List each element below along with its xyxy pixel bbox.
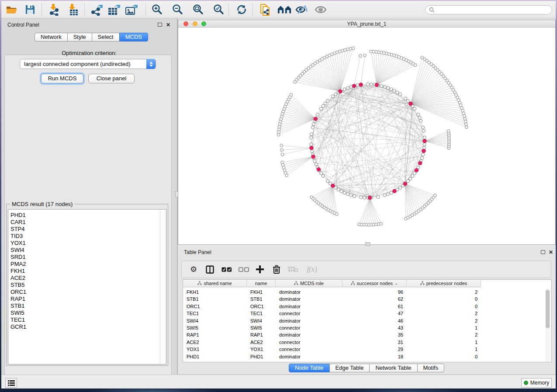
table-scrollbar-thumb[interactable] [546, 290, 550, 328]
memory-status-icon [524, 381, 528, 385]
search-field[interactable] [425, 5, 552, 14]
control-panel: Control Panel ✕ Network Style Select MCD… [1, 18, 177, 375]
optimization-criterion-label: Optimization criterion: [1, 50, 177, 56]
optimization-criterion-select[interactable]: largest connected component (undirected) [20, 59, 156, 69]
refresh-layout-icon[interactable] [235, 3, 249, 17]
deselect-all-columns-icon[interactable] [237, 263, 250, 276]
table-row[interactable]: SWI5SWI5connector431 [183, 324, 481, 332]
memory-button[interactable]: Memory [521, 378, 552, 388]
save-session-icon[interactable] [23, 3, 37, 17]
table-row[interactable]: PHD1PHD1dominator180 [183, 353, 481, 361]
export-image-icon[interactable] [125, 3, 138, 17]
table-row[interactable]: RAP1RAP1dominator352 [183, 331, 481, 339]
control-panel-close-icon[interactable]: ✕ [166, 22, 170, 28]
tab-motifs[interactable]: Motifs [417, 364, 445, 372]
table-row[interactable]: ORC1ORC1dominator610 [183, 303, 481, 310]
graph-leaf-nodes[interactable] [277, 47, 468, 226]
mcds-result-item[interactable]: ORC1 [8, 289, 166, 296]
clone-network-icon[interactable] [258, 3, 272, 17]
mcds-result-item[interactable]: PMA2 [8, 261, 166, 268]
table-cell: 0 [407, 296, 481, 303]
horizontal-splitter-handle[interactable] [365, 242, 370, 246]
table-cell: RAP1 [247, 331, 276, 339]
show-column-panel-icon[interactable] [203, 263, 216, 276]
table-cell: 47 [343, 310, 407, 317]
mcds-result-item[interactable]: CAR1 [8, 219, 166, 226]
run-mcds-button[interactable]: Run MCDS [41, 74, 83, 83]
network-graph[interactable] [178, 28, 555, 244]
network-window-titlebar[interactable]: YPA_prune.txt_1 [178, 20, 555, 28]
create-column-icon[interactable] [253, 263, 266, 276]
table-panel-float-icon[interactable] [541, 250, 545, 254]
table-row[interactable]: ACE2ACE2connector311 [183, 339, 481, 346]
task-history-button[interactable] [5, 378, 17, 388]
tab-node-table[interactable]: Node Table [289, 364, 330, 372]
zoom-selected-icon[interactable] [211, 3, 225, 17]
mcds-result-item[interactable]: SWI4 [8, 247, 166, 254]
table-row[interactable]: FKH1FKH1dominator962 [183, 289, 481, 296]
optimization-criterion-value: largest connected component (undirected) [24, 61, 131, 67]
table-cell: 43 [343, 324, 407, 332]
column-header-mcds-role[interactable]: MCDS role [276, 280, 343, 287]
network-canvas[interactable] [178, 28, 555, 244]
column-type-icon [420, 281, 425, 285]
table-row[interactable]: SWI4SWI4dominator462 [183, 317, 481, 325]
zoom-in-icon[interactable] [150, 3, 164, 17]
close-panel-button[interactable]: Close panel [88, 74, 135, 83]
mcds-result-item[interactable]: GCR1 [8, 323, 166, 330]
table-toolbar: ⚙ f(x) [181, 261, 551, 278]
mcds-result-item[interactable]: STB5 [8, 282, 166, 289]
hide-selected-icon[interactable] [295, 3, 309, 17]
tab-network[interactable]: Network [35, 33, 68, 41]
export-network-icon[interactable] [90, 3, 104, 17]
tab-mcds[interactable]: MCDS [119, 33, 148, 41]
delete-column-trash-icon[interactable] [270, 263, 283, 276]
mcds-result-item[interactable]: RAP1 [8, 296, 166, 303]
mcds-result-item[interactable]: ACE2 [8, 275, 166, 282]
table-row[interactable]: YOX1YOX1connector291 [183, 346, 481, 353]
table-cell: 0 [407, 353, 481, 361]
table-scrollbar[interactable] [545, 289, 550, 362]
mcds-result-item[interactable]: YOX1 [8, 240, 166, 247]
table-cell: 35 [343, 331, 407, 339]
mcds-result-item[interactable]: TEC1 [8, 316, 166, 323]
show-all-icon[interactable] [314, 3, 328, 17]
table-row[interactable]: STB1STB1dominator620 [183, 296, 481, 303]
table-cell: YOX1 [183, 346, 247, 353]
table-settings-gear-icon[interactable]: ⚙ [187, 263, 200, 276]
mcds-result-item[interactable]: STB1 [8, 303, 166, 309]
control-panel-float-icon[interactable] [158, 23, 162, 27]
list-scrollbar[interactable] [160, 210, 166, 364]
open-session-icon[interactable] [5, 3, 19, 17]
tab-edge-table[interactable]: Edge Table [329, 364, 370, 372]
mcds-result-item[interactable]: STP4 [8, 226, 166, 233]
main-toolbar [1, 1, 556, 18]
first-neighbors-icon[interactable] [277, 3, 291, 17]
tab-select[interactable]: Select [92, 33, 120, 41]
search-input[interactable] [435, 7, 544, 13]
table-row[interactable]: TEC1TEC1connector472 [183, 310, 481, 317]
export-table-icon[interactable] [107, 3, 121, 17]
mcds-result-item[interactable]: SRD1 [8, 254, 166, 261]
table-panel-close-icon[interactable]: ✕ [549, 250, 553, 255]
column-header-successor-nodes[interactable]: successor nodes⌄ [343, 280, 407, 287]
import-network-icon[interactable] [47, 3, 61, 17]
select-all-columns-icon[interactable] [220, 263, 233, 276]
mcds-result-item[interactable]: FKH1 [8, 268, 166, 275]
column-header-predecessor-nodes[interactable]: predecessor nodes [407, 280, 481, 287]
tab-style[interactable]: Style [67, 33, 92, 41]
mcds-result-item[interactable]: PHD1 [8, 212, 166, 219]
mcds-result-item[interactable]: TID3 [8, 233, 166, 240]
table-cell: 1 [407, 324, 481, 332]
mcds-result-item[interactable]: SWI5 [8, 309, 166, 316]
column-header-name[interactable]: name [247, 280, 276, 287]
column-header-label: name [255, 281, 267, 286]
mcds-result-list[interactable]: PHD1CAR1STP4TID3YOX1SWI4SRD1PMA2FKH1ACE2… [8, 209, 166, 364]
tab-network-table[interactable]: Network Table [369, 364, 417, 372]
column-header-shared-name[interactable]: shared name [183, 280, 247, 287]
zoom-fit-icon[interactable] [191, 3, 205, 17]
import-table-icon[interactable] [66, 3, 80, 17]
zoom-out-icon[interactable] [170, 3, 184, 17]
table-cell: 62 [343, 296, 407, 303]
network-view-window: YPA_prune.txt_1 [178, 20, 556, 245]
